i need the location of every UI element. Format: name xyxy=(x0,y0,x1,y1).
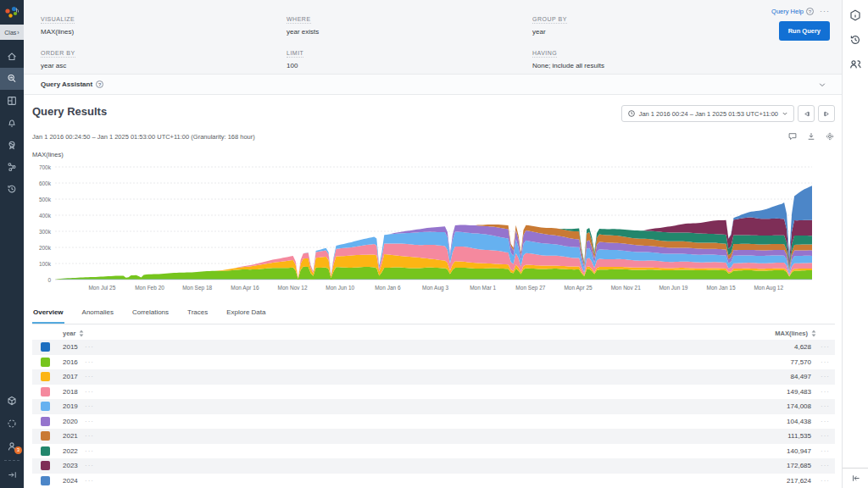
row-menu-dots[interactable]: ··· xyxy=(811,388,830,396)
sidebar-item-home[interactable] xyxy=(0,46,24,68)
field-value[interactable]: year exists xyxy=(287,28,515,36)
table-row[interactable]: 2022···140,947··· xyxy=(32,444,835,459)
slo-badge-icon xyxy=(6,139,18,151)
field-value[interactable]: MAX(lines) xyxy=(41,28,270,36)
row-menu-dots[interactable]: ··· xyxy=(811,373,830,380)
row-menu-dots[interactable]: ··· xyxy=(85,343,94,351)
sidebar-item-activity-history[interactable] xyxy=(0,178,24,200)
row-menu-dots[interactable]: ··· xyxy=(85,432,94,440)
field-limit[interactable]: LIMIT 100 xyxy=(287,43,515,69)
tab-anomalies[interactable]: Anomalies xyxy=(81,303,114,324)
sidebar-item-slos[interactable] xyxy=(0,134,24,156)
sidebar-item-triggers[interactable] xyxy=(0,112,24,134)
svg-text:300k: 300k xyxy=(39,229,52,235)
field-label: WHERE xyxy=(287,16,311,24)
column-header-max-lines[interactable]: MAX(lines) xyxy=(775,330,816,337)
tab-explore-data[interactable]: Explore Data xyxy=(225,303,266,324)
assistant-expand-button[interactable] xyxy=(818,80,826,89)
table-row[interactable]: 2020···104,438··· xyxy=(32,414,835,430)
svg-text:Mon Nov 21: Mon Nov 21 xyxy=(611,285,641,291)
table-row[interactable]: 2024···217,624··· xyxy=(32,474,835,488)
field-having[interactable]: HAVING None; include all results xyxy=(532,43,761,69)
row-menu-dots[interactable]: ··· xyxy=(85,418,94,425)
row-menu-dots[interactable]: ··· xyxy=(811,418,830,425)
field-value[interactable]: year asc xyxy=(41,62,270,69)
row-menu-dots[interactable]: ··· xyxy=(85,402,94,410)
field-value[interactable]: year xyxy=(532,28,761,36)
column-header-year[interactable]: year xyxy=(63,330,84,337)
environment-switcher[interactable]: Clas› xyxy=(0,25,24,40)
series-color-swatch xyxy=(41,417,50,426)
query-history-button[interactable] xyxy=(849,33,862,47)
row-menu-dots[interactable]: ··· xyxy=(85,358,94,366)
row-menu-dots[interactable]: ··· xyxy=(85,462,94,469)
team-activity-button[interactable] xyxy=(849,58,862,71)
table-row[interactable]: 2018···149,483··· xyxy=(32,385,835,400)
assistant-help-icon[interactable]: ? xyxy=(96,80,103,88)
tab-overview[interactable]: Overview xyxy=(32,303,64,324)
run-query-button[interactable]: Run Query xyxy=(779,21,830,41)
field-group-by[interactable]: GROUP BY year xyxy=(532,9,761,36)
row-menu-dots[interactable]: ··· xyxy=(85,477,94,485)
field-where[interactable]: WHERE year exists xyxy=(287,9,515,36)
series-color-swatch xyxy=(41,402,50,411)
comment-bubble-icon xyxy=(787,131,798,141)
row-menu-dots[interactable]: ··· xyxy=(811,343,830,351)
svg-text:Mon Jul 25: Mon Jul 25 xyxy=(88,285,115,291)
download-button[interactable] xyxy=(806,131,816,141)
table-row[interactable]: 2023···172,685··· xyxy=(32,458,835,474)
tab-traces[interactable]: Traces xyxy=(186,303,209,324)
table-row[interactable]: 2016···77,570··· xyxy=(32,355,835,370)
time-shift-back-button[interactable] xyxy=(798,105,815,122)
sidebar-item-packages[interactable] xyxy=(0,389,24,412)
chart-y-axis-title: MAX(lines) xyxy=(32,151,64,158)
table-row[interactable]: 2015···4,628··· xyxy=(32,340,835,355)
field-label: VISUALIZE xyxy=(41,16,75,24)
svg-text:Mon Jun 10: Mon Jun 10 xyxy=(326,285,354,291)
dataset-info-button[interactable] xyxy=(849,8,862,22)
query-assistant-bar[interactable]: Query Assistant ? xyxy=(24,75,842,95)
field-value[interactable]: None; include all results xyxy=(532,62,761,69)
comment-button[interactable] xyxy=(787,131,798,141)
row-menu-dots[interactable]: ··· xyxy=(811,462,830,469)
svg-text:600k: 600k xyxy=(39,180,52,186)
chart-settings-button[interactable] xyxy=(825,131,835,141)
sidebar-item-service-map[interactable] xyxy=(0,156,24,178)
svg-text:500k: 500k xyxy=(39,197,52,202)
row-menu-dots[interactable]: ··· xyxy=(85,373,94,380)
collapse-panel-button[interactable] xyxy=(843,468,868,488)
environment-label: Clas xyxy=(4,30,16,36)
row-menu-dots[interactable]: ··· xyxy=(811,447,830,455)
query-help-link[interactable]: Query Help ? xyxy=(771,8,814,15)
field-visualize[interactable]: VISUALIZE MAX(lines) xyxy=(41,9,270,36)
sidebar-item-query[interactable] xyxy=(0,68,24,90)
row-menu-dots[interactable]: ··· xyxy=(811,358,830,366)
row-menu-dots[interactable]: ··· xyxy=(85,388,94,396)
field-value[interactable]: 100 xyxy=(287,62,515,69)
sidebar-item-account[interactable]: 3 xyxy=(0,435,24,458)
sort-icon xyxy=(811,330,816,337)
results-table: year MAX(lines) 2015···4,628··· 2016···7… xyxy=(32,327,835,488)
table-row[interactable]: 2017···84,497··· xyxy=(32,369,835,385)
honeycomb-logo-icon[interactable] xyxy=(3,4,20,21)
row-menu-dots[interactable]: ··· xyxy=(811,432,830,440)
row-menu-dots[interactable]: ··· xyxy=(811,477,830,485)
collapse-left-icon xyxy=(850,473,861,484)
query-menu-button[interactable]: ··· xyxy=(820,7,830,15)
time-shift-forward-button[interactable] xyxy=(818,105,835,122)
sidebar-item-boards[interactable] xyxy=(0,90,24,112)
results-chart[interactable]: 0100k200k300k400k500k600k700kMon Jul 25M… xyxy=(24,161,829,295)
expand-sidebar-button[interactable] xyxy=(0,463,24,486)
time-range-picker[interactable]: Jan 1 2016 00:24 – Jan 1 2025 01:53 UTC+… xyxy=(621,105,794,122)
field-label: GROUP BY xyxy=(532,16,567,24)
field-order-by[interactable]: ORDER BY year asc xyxy=(41,43,270,69)
tab-correlations[interactable]: Correlations xyxy=(131,303,170,324)
table-row[interactable]: 2021···111,535··· xyxy=(32,429,835,444)
svg-text:Mon Apr 25: Mon Apr 25 xyxy=(564,285,593,291)
table-row[interactable]: 2019···174,008··· xyxy=(32,399,835,414)
boards-icon xyxy=(6,95,18,107)
sidebar-item-status[interactable] xyxy=(0,412,24,435)
row-menu-dots[interactable]: ··· xyxy=(811,402,830,410)
expand-right-icon xyxy=(7,469,18,480)
row-menu-dots[interactable]: ··· xyxy=(85,447,94,455)
